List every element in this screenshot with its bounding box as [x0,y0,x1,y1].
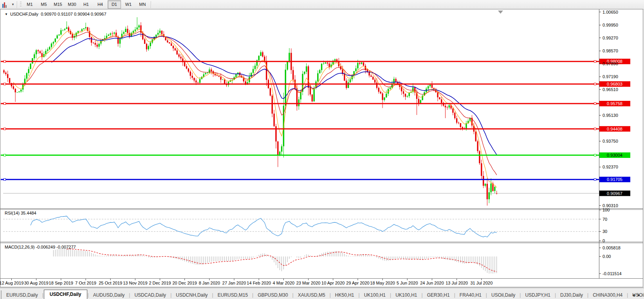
main-chart-plot-area[interactable] [1,9,599,208]
rsi-name: RSI(14) [5,211,20,215]
chart-tab-usdchf-daily[interactable]: USDCHF,Daily [44,290,87,299]
svg-text:30 Aug 2019: 30 Aug 2019 [24,281,49,285]
svg-text:0.005818: 0.005818 [603,245,621,250]
chart-tab-china300-h4[interactable]: CHINA300,H4 [589,291,626,299]
chart-tab-ger30-h1[interactable]: GER30,H1 [423,291,454,299]
svg-text:18 May 2020: 18 May 2020 [370,281,395,285]
current-price-badge: 0.90967 [599,191,630,196]
chart-ohlc-values: 0.90970 0.91107 0.90904 0.90967 [41,12,106,16]
svg-text:0.92370: 0.92370 [603,165,618,169]
svg-text:12 Aug 2019: 12 Aug 2019 [0,281,23,285]
svg-text:7 Oct 2019: 7 Oct 2019 [75,281,96,285]
line-drag-handle[interactable] [4,128,6,130]
svg-text:23 Mar 2020: 23 Mar 2020 [296,281,321,285]
svg-text:0.90967: 0.90967 [607,191,622,196]
svg-text:27 Jan 2020: 27 Jan 2020 [222,281,246,285]
svg-text:0.98570: 0.98570 [603,48,618,53]
mt4-window: ▼ M1M5M15M30H1H4D1W1MN 0.980080.968030.9… [0,0,644,299]
chart-tab-eurusd-m15[interactable]: EURUSD,M15 [214,291,252,299]
chart-tab-usdcnh-daily[interactable]: USDCNH,Daily [172,291,211,299]
svg-text:2 Dec 2019: 2 Dec 2019 [149,281,171,285]
svg-text:13 Nov 2019: 13 Nov 2019 [123,281,147,285]
svg-text:0.99270: 0.99270 [603,36,618,40]
svg-text:0.99950: 0.99950 [603,23,618,27]
svg-text:18 Sep 2019: 18 Sep 2019 [49,281,73,285]
svg-text:5 Jun 2020: 5 Jun 2020 [397,281,418,285]
svg-text:100: 100 [603,208,610,212]
macd-values: -0.006249 -0.007277 [36,245,76,249]
chart-tab-fra40-h1[interactable]: FRA40,H1 [456,291,485,299]
line-drag-handle[interactable] [4,103,6,105]
svg-text:30: 30 [603,229,607,234]
svg-text:0.97190: 0.97190 [603,74,618,79]
svg-text:4 Mar 2020: 4 Mar 2020 [273,281,295,285]
tabs-scroll-right-button[interactable]: ► [637,293,642,297]
rsi-value: 35.4484 [21,211,36,215]
svg-text:0: 0 [603,238,605,243]
chart-tab-audusd-daily[interactable]: AUDUSD,Daily [89,291,129,299]
line-drag-handle[interactable] [4,154,6,156]
svg-text:0.91705: 0.91705 [607,177,622,182]
line-drag-handle[interactable] [594,83,596,85]
svg-text:29 Apr 2020: 29 Apr 2020 [346,281,369,285]
rsi-panel: 10070300 [3,208,610,243]
macd-indicator-label: MACD(12,26,9) -0.006249 -0.007277 [5,245,76,249]
collapse-indicator-icon[interactable]: ▼ [5,13,8,16]
svg-text:0.96510: 0.96510 [603,87,618,92]
tab-bar-corner-button[interactable] [1,290,2,299]
svg-text:0.93004: 0.93004 [607,153,622,158]
chart-title: ▼USDCHF,Daily 0.90970 0.91107 0.90904 0.… [5,12,106,16]
svg-text:20 Dec 2019: 20 Dec 2019 [173,281,197,285]
line-drag-handle[interactable] [594,61,596,63]
svg-text:0.00: 0.00 [603,254,611,259]
line-drag-handle[interactable] [594,154,596,156]
chart-tab-uk100-h1[interactable]: UK100,H1 [360,291,390,299]
svg-text:0.94408: 0.94408 [607,127,622,131]
svg-text:0.96803: 0.96803 [607,82,622,86]
line-drag-handle[interactable] [4,61,6,63]
line-drag-handle[interactable] [4,179,6,181]
chart-tab-usdcad-daily[interactable]: USDCAD,Daily [130,291,170,299]
svg-text:70: 70 [603,217,607,222]
tab-scroll-arrows: ◄► [631,293,642,297]
svg-text:1.00650: 1.00650 [603,10,618,14]
line-drag-handle[interactable] [594,179,596,181]
svg-text:0.95758: 0.95758 [607,101,622,106]
svg-text:-0.011514: -0.011514 [603,271,622,276]
svg-text:0.97890: 0.97890 [603,61,618,66]
svg-text:0.95130: 0.95130 [603,113,618,118]
chart-canvas[interactable]: 0.980080.968030.957580.944080.930040.917… [0,0,644,299]
chart-symbol-label: USDCHF,Daily [10,12,38,16]
chart-tab-usoil-daily[interactable]: USOil,Daily [487,291,519,299]
svg-text:8 Jan 2020: 8 Jan 2020 [199,281,220,285]
chart-tab-eurusd-daily[interactable]: EURUSD,Daily [2,291,42,299]
line-drag-handle[interactable] [594,103,596,105]
line-drag-handle[interactable] [4,83,6,85]
svg-text:13 Jul 2020: 13 Jul 2020 [446,281,468,285]
svg-text:10 Apr 2020: 10 Apr 2020 [321,281,345,285]
svg-text:24 Jun 2020: 24 Jun 2020 [420,281,444,285]
chart-tab-hk50-h1[interactable]: HK50,H1 [331,291,358,299]
tabs-scroll-left-button[interactable]: ◄ [631,293,637,297]
chart-tab-dj30-daily[interactable]: DJ30,Daily [556,291,587,299]
svg-text:31 Jul 2020: 31 Jul 2020 [470,281,492,285]
chart-tab-xauusd-m5[interactable]: XAUUSD,M5 [294,291,329,299]
macd-name: MACD(12,26,9) [5,245,34,249]
chart-tab-bar: EURUSD,Daily|USDCHF,Daily|AUDUSD,Daily|U… [0,288,644,299]
svg-text:0.93750: 0.93750 [603,139,618,143]
macd-panel: 0.0058180.00-0.011514 [53,245,621,276]
chart-tab-gbpusd-m30[interactable]: GBPUSD,M30 [254,291,292,299]
rsi-indicator-label: RSI(14) 35.4484 [5,211,36,215]
svg-text:25 Oct 2019: 25 Oct 2019 [99,281,122,285]
svg-text:14 Feb 2020: 14 Feb 2020 [247,281,271,285]
line-drag-handle[interactable] [594,128,596,130]
chart-tab-usdjpy-h1[interactable]: USDJPY,H1 [521,291,554,299]
chart-tab-uk100-h1[interactable]: UK100,H1 [391,291,421,299]
